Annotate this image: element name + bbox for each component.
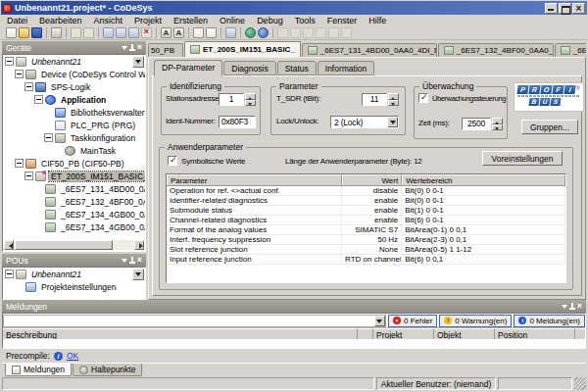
col-position[interactable]: Position [495, 328, 575, 339]
table-row[interactable]: Identifier-related diagnostics enable Bi… [167, 196, 565, 206]
collapse-icon[interactable] [5, 270, 14, 278]
devices-panel-header[interactable]: Geräte × [2, 41, 146, 54]
collapse-icon[interactable] [5, 57, 14, 66]
scroll-right-icon[interactable] [134, 240, 144, 250]
scroll-left-icon[interactable] [4, 240, 14, 250]
tree-item-project[interactable]: Unbenannt21 [3, 55, 145, 68]
col-parameter[interactable]: Parameter [167, 174, 342, 185]
collapse-icon[interactable] [15, 159, 24, 168]
symbolic-values-checkbox[interactable] [168, 156, 177, 166]
tree-item-module-2[interactable]: _6ES7_132_4BF00_0AA0_8 [3, 195, 145, 208]
tree-item-et200s[interactable]: ET_200S_IM151_BASIC_ (ET 20 [3, 170, 145, 182]
spin-down-icon[interactable] [245, 100, 256, 107]
horizontal-scrollbar[interactable] [4, 240, 144, 250]
zeit-stepper[interactable]: 2500 [462, 118, 503, 130]
messages-panel-header[interactable]: Meldungen × [2, 300, 586, 313]
find-icon[interactable] [161, 27, 172, 38]
table-row[interactable]: Slot reference junction None BitArea(0-5… [167, 245, 565, 255]
pous-panel-header[interactable]: POUs × [2, 254, 146, 267]
close-icon[interactable]: × [137, 43, 142, 52]
col-objekt[interactable]: Objekt [434, 328, 495, 339]
tree-dropdown-button[interactable] [132, 269, 144, 280]
tree-item-device[interactable]: Device (CoDeSys Control Win V3) [3, 68, 145, 80]
message-filter-combobox[interactable] [3, 315, 386, 327]
pin-icon[interactable] [131, 257, 133, 264]
menu-tools[interactable]: Tools [289, 16, 321, 25]
tree-item-cif50-pb[interactable]: CIF50_PB (CIF50-PB) [3, 157, 145, 170]
tree-item-module-1[interactable]: _6ES7_131_4BD00_0AA0_4 [3, 182, 145, 195]
library-manager-icon[interactable] [193, 27, 204, 38]
col-icon[interactable] [358, 328, 373, 339]
title-bar[interactable]: Unbenannt21.project* - CoDeSys [1, 1, 587, 15]
collapse-icon[interactable] [44, 133, 53, 142]
panel-menu-icon[interactable] [562, 305, 567, 312]
build-icon[interactable] [258, 27, 269, 38]
collapse-icon[interactable] [24, 172, 33, 180]
open-file-icon[interactable] [19, 27, 29, 38]
collapse-icon[interactable] [34, 95, 43, 104]
col-wertebereich[interactable]: Wertebereich [402, 174, 565, 185]
tab-et200s[interactable]: ET_200S_IM151_BASIC_ [184, 41, 301, 57]
tab-6es7-132[interactable]: _6ES7_132_4BF00_0AA0_8DO [438, 43, 554, 57]
tab-dp-parameter[interactable]: DP-Parameter [154, 60, 222, 76]
scrollbar-thumb[interactable] [15, 240, 113, 250]
new-file-icon[interactable] [6, 27, 17, 38]
tree-item-module-4[interactable]: _6ES7_134_4GB00_0AB0_2 [3, 220, 145, 233]
tree-item-taskkonfiguration[interactable]: Taskkonfiguration [3, 131, 145, 144]
tab-6es7-131[interactable]: _6ES7_131_4BD00_0AA0_4DI_DC24V [302, 43, 437, 57]
chevron-down-icon[interactable] [374, 316, 385, 326]
copy-icon[interactable] [116, 27, 126, 38]
close-icon[interactable]: × [137, 256, 142, 265]
spin-down-icon[interactable] [388, 100, 399, 107]
col-beschreibung[interactable]: Beschreibung [3, 328, 358, 339]
tab-meldungen[interactable]: Meldungen [5, 364, 72, 376]
close-icon[interactable]: × [577, 302, 582, 311]
resize-grip[interactable] [574, 377, 586, 390]
cut-icon[interactable] [103, 27, 114, 38]
tab-diagnosis[interactable]: Diagnosis [223, 61, 275, 75]
menu-fenster[interactable]: Fenster [321, 16, 364, 25]
zeit-value[interactable]: 2500 [462, 118, 491, 130]
table-row[interactable]: Input reference junction RTD on channel … [167, 255, 565, 265]
station-address-stepper[interactable]: 1 [219, 93, 256, 106]
tree-item-application[interactable]: Application [3, 93, 145, 106]
watchdog-checkbox[interactable] [418, 93, 428, 103]
col-projekt[interactable]: Projekt [373, 328, 434, 339]
table-row[interactable]: Submodule status enable Bit(1) 0 0-1 [167, 206, 565, 216]
tree-item-sps-logik[interactable]: SPS-Logik [3, 80, 145, 93]
tab-information[interactable]: Information [318, 61, 375, 75]
tab-6es7-134[interactable]: _6ES7 [555, 43, 586, 57]
spin-down-icon[interactable] [492, 124, 503, 131]
collapse-icon[interactable] [15, 70, 24, 78]
delete-icon[interactable] [141, 27, 152, 38]
menu-ansicht[interactable]: Ansicht [88, 16, 129, 25]
messages-button[interactable]: i 0 Meldung(en) [514, 315, 585, 327]
menu-debug[interactable]: Debug [251, 16, 289, 25]
save-icon[interactable] [31, 27, 42, 38]
precompile-ok-link[interactable]: OK [67, 351, 78, 361]
chevron-down-icon[interactable] [387, 117, 398, 127]
input-assistant-icon[interactable] [225, 27, 236, 38]
tree-item-projekteinstellungen[interactable]: Projekteinstellungen [3, 280, 145, 293]
pin-icon[interactable] [131, 44, 133, 51]
tab-haltepunkte[interactable]: Haltepunkte [73, 364, 142, 376]
maximize-button[interactable] [559, 3, 571, 14]
tree-item-pous-project[interactable]: Unbenannt21 [3, 268, 145, 280]
station-address-value[interactable]: 1 [219, 93, 244, 106]
compile-icon[interactable] [245, 27, 256, 38]
replace-icon[interactable] [173, 27, 184, 38]
menu-bearbeiten[interactable]: Bearbeiten [33, 16, 88, 25]
undo-icon[interactable] [71, 27, 81, 38]
pin-icon[interactable] [571, 303, 573, 310]
tsdr-value[interactable]: 11 [362, 93, 387, 106]
tree-item-bibliotheksverwalter[interactable]: Bibliotheksverwalter [3, 106, 145, 119]
close-button[interactable] [572, 3, 585, 14]
menu-online[interactable]: Online [214, 16, 251, 25]
tab-status[interactable]: Status [277, 61, 317, 75]
panel-menu-icon[interactable] [122, 259, 127, 266]
tsdr-stepper[interactable]: 11 [362, 93, 399, 106]
lock-unlock-select[interactable]: 2 (Lock) [330, 116, 399, 128]
ident-number-field[interactable]: 0x80F3 [219, 116, 256, 128]
errors-button[interactable]: × 0 Fehler [388, 315, 437, 327]
voreinstellungen-button[interactable]: Voreinstellungen [482, 151, 563, 166]
